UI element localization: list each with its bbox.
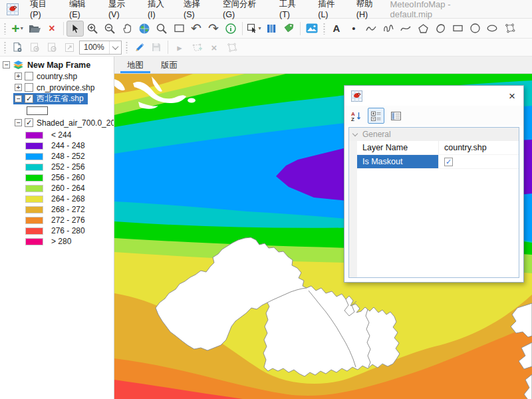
menu-edit[interactable]: 编辑(E)	[63, 0, 102, 23]
reshape-feature-button[interactable]	[223, 39, 240, 55]
point-tool-button[interactable]: •	[345, 21, 362, 37]
page-zoom-in-icon	[29, 42, 41, 53]
tree-node-layer-cn-province[interactable]: + cn_province.shp	[0, 82, 114, 93]
property-row-is-maskout[interactable]: Is Maskout ✓	[357, 155, 519, 169]
delete-feature-button[interactable]: ×	[205, 39, 223, 55]
select-tool-button[interactable]	[66, 21, 84, 37]
chevron-down-icon	[112, 43, 119, 50]
layer-property-dialog[interactable]: × A Z	[344, 85, 524, 283]
attribute-table-button[interactable]	[263, 21, 280, 37]
remove-layer-button[interactable]: ×	[43, 21, 61, 37]
categorized-view-button[interactable]	[368, 108, 384, 124]
insert-image-button[interactable]	[303, 21, 321, 37]
menu-project[interactable]: 项目(P)	[24, 0, 63, 23]
ellipse-icon	[486, 24, 498, 33]
page-setup-button[interactable]	[9, 39, 26, 55]
menu-plugins[interactable]: 插件(L)	[312, 0, 350, 23]
expand-box-icon[interactable]: +	[15, 84, 22, 91]
collapse-box-icon[interactable]: −	[3, 61, 10, 68]
tree-node-layer-xibei-selected[interactable]: − ✓ 西北五省.shp	[0, 93, 114, 104]
color-swatch	[25, 185, 43, 192]
legend-item-masked-fill[interactable]	[0, 104, 114, 117]
full-extent-button[interactable]	[136, 21, 153, 37]
layer-visibility-checkbox[interactable]	[25, 72, 33, 80]
property-value[interactable]: country.shp	[439, 143, 487, 152]
dialog-close-button[interactable]: ×	[507, 90, 517, 102]
menu-geoprocessing[interactable]: 空间分析(G)	[217, 0, 273, 23]
open-project-button[interactable]	[26, 21, 43, 37]
chevron-down-icon	[352, 130, 358, 136]
select-rectangle-button[interactable]	[170, 21, 188, 37]
dialog-titlebar[interactable]: ×	[344, 86, 523, 106]
circle-tool-button[interactable]	[466, 21, 483, 37]
zoom-in-tool-button[interactable]	[84, 21, 101, 37]
property-pages-button[interactable]	[388, 108, 404, 124]
freehand-polygon-icon	[435, 23, 446, 34]
select-features-button[interactable]: ▾	[245, 21, 263, 37]
legend-item: 264 - 268	[0, 194, 114, 204]
add-layer-button[interactable]: + ▾	[9, 21, 26, 37]
freehand-line-icon	[382, 23, 394, 33]
combobox-dropdown-button[interactable]	[109, 41, 121, 54]
toolbar-drag-grip[interactable]	[3, 23, 7, 35]
start-edit-feature-button[interactable]: ▸	[171, 39, 188, 55]
layer-visibility-checkbox[interactable]	[25, 83, 33, 92]
globe-icon	[138, 23, 150, 35]
menu-tools[interactable]: 工具(T)	[273, 0, 312, 23]
collapse-box-icon[interactable]: −	[15, 95, 22, 102]
freehand-line-tool-button[interactable]	[380, 21, 397, 37]
page-zoom-in-button[interactable]	[26, 39, 43, 55]
menu-help[interactable]: 帮助(H)	[350, 0, 390, 23]
page-zoom-out-button[interactable]	[43, 39, 61, 55]
toolbar-drag-grip[interactable]	[125, 41, 128, 53]
save-edits-button[interactable]	[148, 39, 165, 55]
edit-tool-button[interactable]	[130, 39, 148, 55]
sort-alphabetical-button[interactable]: A Z	[348, 108, 364, 124]
menu-insert[interactable]: 插入(I)	[142, 0, 178, 23]
map-frame-layers-icon	[13, 60, 24, 70]
zoom-to-layer-button[interactable]	[153, 21, 170, 37]
label-button[interactable]	[280, 21, 297, 37]
pan-tool-button[interactable]	[118, 21, 136, 37]
ellipse-tool-button[interactable]	[483, 21, 501, 37]
text-tool-button[interactable]: A	[328, 21, 345, 37]
freehand-polygon-tool-button[interactable]	[432, 21, 449, 37]
rectangle-tool-button[interactable]	[449, 21, 466, 37]
is-maskout-checkbox[interactable]: ✓	[444, 158, 453, 166]
toolbar-drag-grip[interactable]	[323, 23, 326, 35]
legend-item: 248 - 252	[0, 151, 114, 162]
tab-layout[interactable]: 版面	[152, 57, 186, 73]
open-folder-icon	[29, 23, 41, 34]
polygon-tool-button[interactable]	[414, 21, 432, 37]
toolbar-drag-grip[interactable]	[3, 41, 7, 53]
redo-button[interactable]: ↷	[205, 21, 222, 37]
curve-tool-button[interactable]	[397, 21, 414, 37]
image-icon	[306, 23, 318, 33]
menu-selection[interactable]: 选择(S)	[178, 0, 217, 23]
property-row-layer-name[interactable]: Layer Name country.shp	[357, 141, 519, 155]
polyline-tool-button[interactable]	[362, 21, 380, 37]
layer-visibility-checkbox[interactable]: ✓	[25, 118, 33, 127]
identify-button[interactable]	[222, 21, 239, 37]
collapse-box-icon[interactable]: −	[15, 119, 22, 126]
fit-to-page-button[interactable]	[61, 39, 78, 55]
zoom-out-tool-button[interactable]	[101, 21, 118, 37]
legend-item: 252 - 256	[0, 162, 114, 172]
undo-button[interactable]: ↶	[188, 21, 205, 37]
expand-box-icon[interactable]: +	[15, 72, 22, 80]
window-title: MeteoInfoMap - default.mip	[390, 0, 493, 19]
tree-node-layer-country[interactable]: + country.shp	[0, 70, 114, 82]
selected-row-highlight: − ✓ 西北五省.shp	[13, 93, 88, 104]
zoom-level-combobox[interactable]: 100%	[79, 41, 122, 55]
add-vertex-button[interactable]	[188, 39, 205, 55]
menu-view[interactable]: 显示(V)	[102, 0, 142, 23]
fit-page-icon	[64, 42, 75, 53]
edit-vertices-tool-button[interactable]	[501, 21, 518, 37]
tree-node-map-frame[interactable]: − New Map Frame	[0, 59, 114, 70]
property-section-general[interactable]: General	[349, 128, 519, 141]
layers-legend-panel: − New Map Frame + country.shp + cn_provi…	[0, 57, 114, 399]
tab-map[interactable]: 地图	[118, 57, 152, 73]
layer-visibility-checkbox[interactable]: ✓	[25, 94, 33, 103]
legend-label: 268 - 272	[51, 205, 85, 214]
tree-node-layer-shaded-air[interactable]: − ✓ Shaded_air_700.0_2016	[0, 117, 114, 128]
